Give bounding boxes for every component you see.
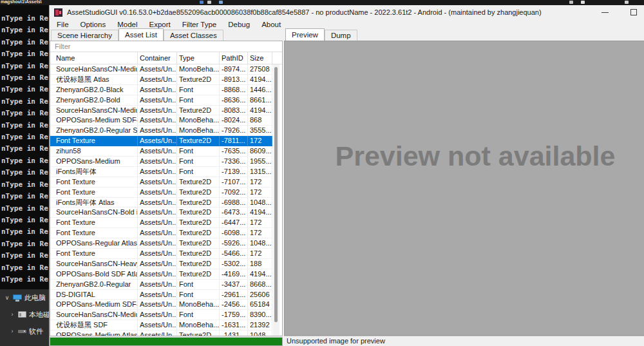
size-cell: 1955... <box>248 157 272 167</box>
explorer-item--[interactable]: ›本地磁 <box>0 306 49 323</box>
tab-scene-hierarchy[interactable]: Scene Hierarchy <box>51 30 118 41</box>
scrollbar-thumb[interactable] <box>274 67 278 322</box>
table-row[interactable]: Font TextureAssets/Un...Texture2D-7092..… <box>50 187 282 198</box>
tab-dump[interactable]: Dump <box>325 30 357 41</box>
pathid-cell: -8636... <box>220 95 248 106</box>
size-cell: 4194... <box>248 75 272 85</box>
table-row[interactable]: DS-DIGITALAssets/Un...Font-2961...25606 <box>50 290 282 300</box>
name-cell: OPPOSans-Medium SDF-s... <box>50 300 138 310</box>
table-header[interactable]: NameContainerTypePathIDSize <box>50 52 282 64</box>
table-row[interactable]: OPPOSans-Medium SDF-s...Assets/Un...Mono… <box>50 300 282 310</box>
name-cell: SourceHanSansCN-Medium <box>50 310 138 320</box>
table-row[interactable]: SourceHanSansCN-Heavy ...Assets/Un...Tex… <box>50 259 282 269</box>
table-row[interactable]: Font TextureAssets/Un...Texture2D-5466..… <box>50 249 282 259</box>
console-line: nType in Re <box>1 48 49 60</box>
pathid-cell: -6447... <box>220 218 248 228</box>
container-cell: Assets/Un... <box>138 238 177 249</box>
asset-list-panel: Scene HierarchyAsset ListAsset Classes N… <box>50 29 283 346</box>
table-row[interactable]: SourceHanSansCN-Mediu...Assets/Un...Mono… <box>50 64 282 75</box>
app-icon <box>54 8 62 17</box>
minimize-button[interactable] <box>591 5 620 19</box>
container-cell: Assets/Un... <box>138 228 177 238</box>
size-cell: 1446... <box>248 85 272 95</box>
container-cell: Assets/Un... <box>138 207 177 218</box>
size-cell: 4194... <box>248 207 272 218</box>
background-window-strip: magshou\1\Assets\ <box>0 0 644 5</box>
window-title: AssetStudioGUI v0.16.53.0+b2dae8552096ac… <box>67 8 542 16</box>
maximize-button[interactable] <box>620 5 644 19</box>
table-row[interactable]: OPPOSans-Medium AtlasAssets/Un...Texture… <box>50 331 282 336</box>
vertical-scrollbar[interactable] <box>273 64 279 336</box>
table-row[interactable]: Font TextureAssets/Un...Texture2D-7811..… <box>50 136 282 146</box>
menu-item-file[interactable]: File <box>51 19 75 30</box>
type-cell: MonoBeha... <box>177 64 220 75</box>
table-row[interactable]: Font TextureAssets/Un...Texture2D-6098..… <box>50 228 282 238</box>
console-line: nType in Re <box>1 131 49 143</box>
table-row[interactable]: iFonts周年体Assets/Un...Font-7139...1315... <box>50 167 282 177</box>
name-cell: ZhenyanGB2.0-Bold <box>50 95 138 106</box>
pathid-cell: -8913... <box>220 75 248 85</box>
type-cell: Texture2D <box>177 75 220 85</box>
chevron-icon[interactable]: › <box>9 311 15 318</box>
chevron-icon[interactable]: ∨ <box>4 294 10 301</box>
menu-item-filter-type[interactable]: Filter Type <box>176 19 222 30</box>
name-cell: iFonts周年体 Atlas <box>50 198 138 208</box>
name-cell: Font Texture <box>50 177 138 187</box>
title-bar[interactable]: AssetStudioGUI v0.16.53.0+b2dae8552096ac… <box>50 5 644 19</box>
menu-item-debug[interactable]: Debug <box>222 19 256 30</box>
tab-asset-classes[interactable]: Asset Classes <box>164 30 223 41</box>
container-cell: Assets/Un... <box>138 269 177 280</box>
table-row[interactable]: SourceHanSansCN-MediumAssets/Un...Font-1… <box>50 310 282 320</box>
name-cell: Font Texture <box>50 218 138 228</box>
size-cell: 8390... <box>248 310 272 320</box>
container-cell: Assets/Un... <box>138 106 177 116</box>
name-cell: OPPOSans-Medium <box>50 157 138 167</box>
console-line: nType in Re <box>1 203 49 215</box>
table-row[interactable]: OPPOSans-MediumAssets/Un...Font-7336...1… <box>50 157 282 167</box>
table-row[interactable]: iFonts周年体 AtlasAssets/Un...Texture2D-698… <box>50 198 282 208</box>
table-row[interactable]: ZhenyanGB2.0-BlackAssets/Un...Font-8868.… <box>50 85 282 95</box>
chevron-icon[interactable]: › <box>9 328 15 334</box>
table-row[interactable]: 优设标题黑 AtlasAssets/Un...Texture2D-8913...… <box>50 75 282 85</box>
name-cell: SourceHanSansCN-Mediu... <box>50 64 138 75</box>
tab-preview[interactable]: Preview <box>285 28 325 41</box>
table-row[interactable]: ZhenyanGB2.0-BoldAssets/Un...Font-8636..… <box>50 95 282 106</box>
type-cell: MonoBeha... <box>177 126 220 136</box>
tab-asset-list[interactable]: Asset List <box>118 28 164 41</box>
size-cell: 1048... <box>248 331 272 336</box>
column-header-name[interactable]: Name <box>50 52 138 64</box>
explorer-item--[interactable]: ›软件 <box>0 323 49 340</box>
table-row[interactable]: ZhenyanGB2.0-RegularAssets/Un...Font-343… <box>50 280 282 290</box>
pathid-cell: -8868... <box>220 85 248 95</box>
type-cell: Texture2D <box>177 238 220 249</box>
column-header-size[interactable]: Size <box>248 52 272 64</box>
drive-icon <box>18 330 26 333</box>
column-header-container[interactable]: Container <box>138 52 177 64</box>
table-row[interactable]: Font TextureAssets/Un...Texture2D-6447..… <box>50 218 282 228</box>
table-row[interactable]: Font TextureAssets/Un...Texture2D-7107..… <box>50 177 282 187</box>
menu-item-options[interactable]: Options <box>75 19 112 30</box>
explorer-item--[interactable]: ∨此电脑 <box>0 289 49 306</box>
column-header-pathid[interactable]: PathID <box>220 52 248 64</box>
table-row[interactable]: SourceHanSansCN-Mediu...Assets/Un...Text… <box>50 106 282 116</box>
taskbar-icon <box>581 1 585 4</box>
column-header-type[interactable]: Type <box>177 52 220 64</box>
table-row[interactable]: ZhenyanGB2.0-Regular SDFAssets/Un...Mono… <box>50 126 282 136</box>
menu-item-about[interactable]: About <box>256 19 287 30</box>
table-row[interactable]: zihun58Assets/Un...Font-7635...8609... <box>50 146 282 157</box>
table-row[interactable]: OPPOSans-Medium SDF-s...Assets/Un...Mono… <box>50 115 282 126</box>
table-row[interactable]: SourceHanSansCN-Bold it...Assets/Un...Te… <box>50 207 282 218</box>
table-row[interactable]: 优设标题黑 SDFAssets/Un...MonoBeha...-1631...… <box>50 320 282 331</box>
taskbar-icon <box>625 1 629 4</box>
container-cell: Assets/Un... <box>138 126 177 136</box>
size-cell: 172 <box>248 218 272 228</box>
filter-input[interactable] <box>50 41 282 52</box>
console-line: nType in Re <box>1 37 49 48</box>
table-row[interactable]: OPPOSans-Regular AtlasAssets/Un...Textur… <box>50 238 282 249</box>
left-tab-strip: Scene HierarchyAsset ListAsset Classes <box>51 29 223 41</box>
pathid-cell: -5302... <box>220 259 248 269</box>
type-cell: MonoBeha... <box>177 320 220 331</box>
table-row[interactable]: OPPOSans-Bold SDF Atlas 1Assets/Un...Tex… <box>50 269 282 280</box>
name-cell: zihun58 <box>50 146 138 157</box>
right-tab-strip: PreviewDump <box>285 29 357 41</box>
